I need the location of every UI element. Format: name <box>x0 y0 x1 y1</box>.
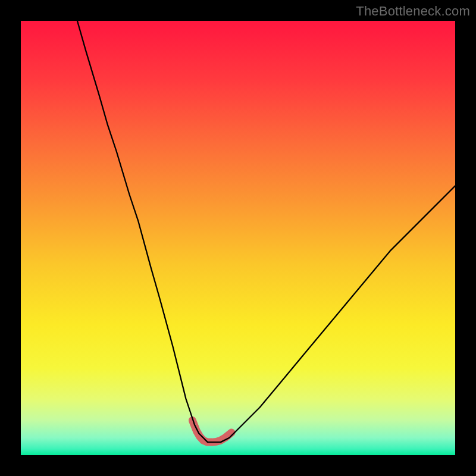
watermark-text: TheBottleneck.com <box>356 4 470 19</box>
plot-area <box>21 21 455 455</box>
outer-frame: TheBottleneck.com <box>0 0 476 476</box>
bottleneck-curve <box>77 21 455 442</box>
chart-svg <box>21 21 455 455</box>
